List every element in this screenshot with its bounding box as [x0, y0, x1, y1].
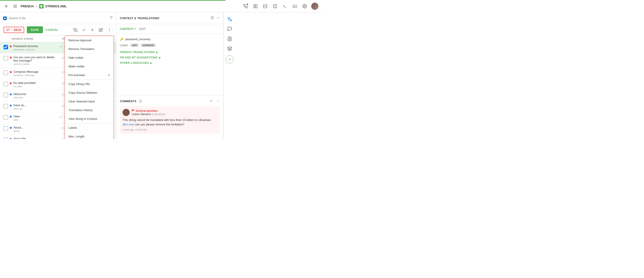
dropdown-item-copy-skeleton[interactable]: Copy Source Skeleton	[65, 88, 114, 97]
edit-icon[interactable]	[98, 27, 104, 33]
dropdown-item-pre-translate[interactable]: Pre-translate ▶	[65, 71, 114, 79]
labels-prefix: Labels:	[120, 44, 128, 47]
tab-edit[interactable]: EDIT	[139, 27, 146, 30]
count-changed: 28/10	[14, 28, 21, 32]
sidebar-comment-icon[interactable]	[226, 25, 234, 33]
row-icons-6: 🏷	[62, 104, 64, 108]
key-icon: 🔑	[120, 37, 124, 41]
comment-meta: 🚩 General question Leane Stevens (l.stev…	[132, 109, 165, 116]
context-tabs: CONTEXT ▾ EDIT	[116, 24, 224, 34]
breadcrumb-file[interactable]: STRINGS.XML	[46, 4, 67, 8]
file-icon	[39, 4, 44, 8]
tag-icon-1[interactable]: 🏷	[59, 45, 62, 48]
check-icon[interactable]	[81, 27, 87, 33]
copy-icon[interactable]	[72, 27, 78, 33]
tag-icon-4[interactable]: 🏷	[62, 82, 64, 85]
svg-point-16	[304, 5, 305, 7]
dropdown-item-labels[interactable]: Labels	[65, 123, 114, 132]
layout2-icon[interactable]	[262, 3, 268, 9]
row-status-2	[10, 57, 12, 58]
key-row: 🔑 password_recovery	[120, 37, 220, 41]
tag-icon-8[interactable]: 🏷	[62, 126, 64, 130]
svg-point-18	[4, 17, 6, 19]
svg-point-27	[109, 30, 110, 31]
tag-icon-6[interactable]: 🏷	[62, 104, 64, 108]
comments-expand-icon[interactable]	[217, 100, 220, 103]
comments-title: COMMENTS	[120, 100, 136, 103]
svg-marker-33	[228, 47, 232, 49]
dropdown-item-copy-url[interactable]: Copy String URL	[65, 80, 114, 88]
comment-mention[interactable]: @m.ross	[122, 123, 134, 126]
row-checkbox-3[interactable]	[4, 71, 8, 75]
row-checkbox-6[interactable]	[4, 104, 8, 109]
row-checkbox-4[interactable]	[4, 82, 8, 86]
settings-icon[interactable]	[302, 3, 308, 9]
row-icons-5: 🏷	[62, 93, 64, 96]
tab-context[interactable]: CONTEXT ▾	[120, 27, 136, 30]
dropdown-item-clear-input[interactable]: Clear Selected Input	[65, 97, 114, 106]
avatar[interactable]	[311, 3, 318, 10]
row-source-9: About Me about_me	[14, 137, 60, 139]
cancel-button[interactable]: CANCEL	[46, 28, 58, 31]
sidebar-doc-icon[interactable]	[226, 35, 234, 43]
search-input[interactable]	[9, 16, 108, 20]
dropdown-item-remove-approval[interactable]: Remove Approval	[65, 36, 114, 45]
sidebar-add-button[interactable]	[226, 55, 234, 63]
dropdown-item-make-visible[interactable]: Make visible	[65, 62, 114, 71]
row-checkbox-7[interactable]	[4, 115, 8, 120]
count-separator: •	[11, 28, 12, 32]
menu-button[interactable]	[12, 3, 18, 9]
dropdown-item-remove-translation[interactable]: Remove Translation	[65, 45, 114, 53]
row-checkbox-5[interactable]	[4, 93, 8, 97]
layout3-icon[interactable]	[272, 3, 278, 9]
sidebar-layers-icon[interactable]	[226, 45, 234, 53]
row-checkbox-8[interactable]	[4, 126, 8, 131]
terminal-icon[interactable]	[282, 3, 288, 9]
pin-icon[interactable]	[210, 16, 214, 20]
dropdown-item-view-context[interactable]: View String In Context	[65, 115, 114, 123]
tag-icon-9[interactable]: 🏷	[62, 138, 64, 139]
tag-icon-5[interactable]: 🏷	[62, 93, 64, 96]
top-navigation: FRENCH > STRINGS.XML	[0, 0, 322, 12]
dropdown-item-hide-visible[interactable]: Hide visible	[65, 53, 114, 62]
expand-icon[interactable]	[217, 16, 220, 20]
nav-right	[242, 3, 318, 10]
row-checkbox-2[interactable]	[4, 56, 8, 60]
layout1-icon[interactable]	[252, 3, 258, 9]
svg-point-25	[109, 28, 110, 29]
row-status-6	[10, 105, 12, 106]
save-button[interactable]: SAVE	[27, 26, 43, 33]
sidebar-translate-icon[interactable]	[226, 15, 234, 23]
row-checkbox-1[interactable]	[4, 45, 8, 49]
comment-author-line: Leane Stevens (l.stevens)	[132, 113, 165, 116]
comment-card-header: 🚩 General question Leane Stevens (l.stev…	[122, 109, 217, 116]
search-bar	[0, 12, 116, 24]
keyboard-icon[interactable]	[292, 3, 298, 9]
notifications-icon[interactable]	[242, 3, 249, 9]
back-button[interactable]	[4, 3, 10, 9]
breadcrumb-language[interactable]: FRENCH	[20, 4, 34, 8]
add-icon[interactable]	[89, 27, 96, 33]
context-panel-header: CONTEXT & TRANSLATIONS	[116, 12, 224, 24]
comment-flag: 🚩 General question	[132, 109, 165, 113]
comments-close-icon[interactable]	[210, 99, 213, 104]
comment-card: 🚩 General question Leane Stevens (l.stev…	[120, 106, 220, 134]
tag-icon-3[interactable]: 🏷	[62, 71, 64, 74]
row-checkbox-9[interactable]	[4, 138, 8, 139]
tag-icon-7[interactable]: 🏷	[59, 115, 62, 119]
label-app[interactable]: APP	[130, 43, 139, 47]
dropdown-item-max-length[interactable]: Max. Length	[65, 132, 114, 139]
dropdown-item-translation-history[interactable]: Translation History	[65, 106, 114, 115]
count-badge: 17 • 28/10	[4, 27, 24, 33]
comment-text: This string cannot be translated with le…	[122, 118, 217, 127]
context-tab-arrow: ▾	[134, 28, 136, 30]
row-source-1: Password recovery password_recovery	[14, 44, 58, 51]
tm-mt-header[interactable]: TM AND MT SUGGESTIONS ▶	[120, 56, 220, 59]
french-translations-header[interactable]: FRENCH TRANSLATIONS ▶	[120, 51, 220, 54]
more-options-button[interactable]	[106, 27, 112, 33]
filter-icon[interactable]	[109, 16, 113, 20]
other-languages-header[interactable]: OTHER LANGUAGES ▶	[120, 61, 220, 64]
label-android[interactable]: ANDROID	[141, 43, 156, 47]
row-source-5: Welcome! welcome	[14, 92, 60, 99]
tag-icon-2[interactable]: 🏷	[62, 56, 64, 60]
